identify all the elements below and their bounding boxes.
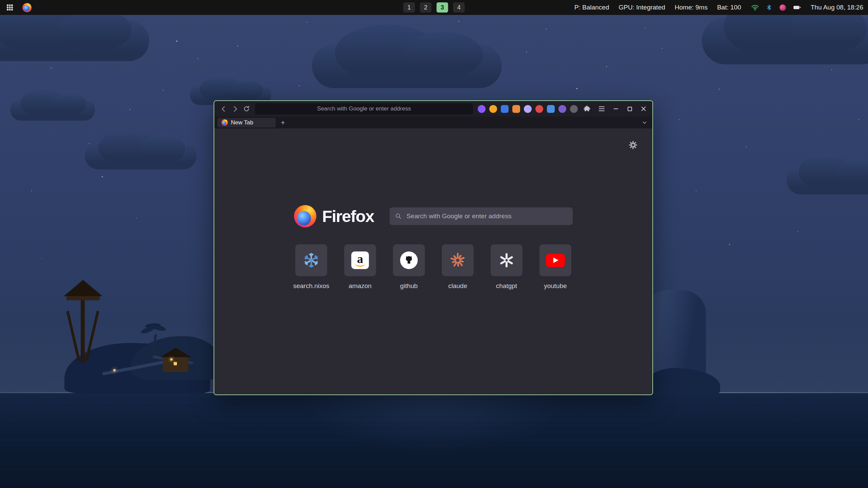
shortcut-youtube-tile[interactable] [539, 244, 571, 276]
shortcut-label: chatgpt [496, 282, 517, 290]
extension-icon-3[interactable] [501, 105, 509, 113]
maximize-button[interactable] [626, 105, 634, 113]
shortcut-chatgpt-tile[interactable] [491, 244, 522, 276]
shortcut-claude: claude [441, 244, 474, 290]
watchtower-leg [66, 311, 80, 361]
cloud [85, 142, 197, 169]
cloud [0, 20, 149, 61]
gpu-status: GPU: Integrated [618, 4, 665, 11]
github-octocat-icon [400, 251, 418, 269]
tab-label: New Tab [231, 119, 253, 126]
shortcut-github: github [393, 244, 425, 290]
tab-new-tab[interactable]: New Tab [217, 118, 276, 127]
reload-button[interactable] [241, 103, 252, 115]
extension-icon-8[interactable] [558, 105, 566, 113]
battery-icon[interactable] [792, 3, 801, 12]
firefox-taskbar-icon[interactable] [22, 3, 32, 12]
tab-favicon [221, 119, 228, 126]
search-icon [395, 213, 402, 220]
firefox-window: New Tab + [214, 100, 653, 395]
workspace-button-4[interactable]: 4 [453, 2, 465, 13]
workspace-button-1[interactable]: 1 [403, 2, 415, 13]
island-silhouette [51, 264, 241, 394]
wifi-icon[interactable] [751, 3, 760, 12]
close-button[interactable] [639, 105, 648, 113]
list-all-tabs-chevron-icon[interactable] [640, 118, 649, 127]
youtube-play-icon [546, 254, 565, 267]
shortcut-github-tile[interactable] [393, 244, 425, 276]
newtab-search-input[interactable] [406, 212, 567, 220]
amazon-icon: a [351, 251, 369, 269]
cloud [702, 17, 868, 64]
shortcut-amazon: a amazon [344, 244, 376, 290]
firefox-wordmark: Firefox [322, 207, 374, 226]
extension-icon-7[interactable] [547, 105, 555, 113]
shortcut-label: amazon [349, 282, 372, 290]
workspace-switcher: 1 2 3 4 [403, 2, 465, 13]
shortcut-label: search.nixos [293, 282, 330, 290]
chatgpt-openai-icon [498, 251, 515, 269]
url-bar[interactable] [255, 103, 473, 115]
extension-icon-9[interactable] [570, 105, 578, 113]
lamp-light [170, 358, 173, 361]
hut [163, 357, 189, 372]
network-latency-status: Home: 9ms [675, 4, 708, 11]
watchtower-platform [66, 296, 100, 300]
forward-button[interactable] [229, 103, 241, 115]
shortcut-claude-tile[interactable] [442, 244, 474, 276]
shortcut-chatgpt: chatgpt [490, 244, 523, 290]
cloud [312, 44, 502, 88]
workspace-button-3[interactable]: 3 [437, 2, 448, 13]
shortcut-label: youtube [544, 282, 567, 290]
watchtower-pole [81, 299, 85, 363]
shortcut-youtube: youtube [539, 244, 572, 290]
url-input[interactable] [259, 105, 469, 113]
lamp-light [113, 369, 116, 371]
ocean [0, 393, 868, 488]
system-tray [751, 3, 801, 12]
watchtower-roof [64, 280, 102, 296]
menu-hamburger-icon[interactable] [596, 103, 607, 114]
newtab-page: Firefox [214, 128, 652, 394]
extension-icon-6[interactable] [535, 105, 543, 113]
claude-starburst-icon [449, 252, 466, 269]
extension-icon-5[interactable] [524, 105, 532, 113]
taskbar-left [5, 2, 32, 13]
power-profile-status: P: Balanced [574, 4, 609, 11]
shortcut-search-nixos-tile[interactable] [295, 244, 327, 276]
tab-bar: New Tab + [214, 117, 652, 128]
taskbar-right: P: Balanced GPU: Integrated Home: 9ms Ba… [574, 3, 863, 12]
cloud [10, 99, 95, 121]
shortcut-search-nixos: search.nixos [295, 244, 328, 290]
back-button[interactable] [218, 103, 229, 115]
cloud [787, 166, 868, 195]
shortcut-label: github [400, 282, 418, 290]
extension-icon-2[interactable] [489, 105, 497, 113]
firefox-brand-row: Firefox [294, 205, 573, 227]
personalize-gear-icon[interactable] [628, 140, 638, 150]
nixos-snowflake-icon [302, 251, 320, 269]
extension-icon-4[interactable] [512, 105, 520, 113]
extension-icon-1[interactable] [478, 105, 486, 113]
shortcut-tiles: search.nixos a amazon [295, 244, 572, 290]
clock: Thu Aug 08, 18:26 [811, 4, 863, 11]
extension-icons-row [478, 103, 607, 114]
minimize-button[interactable] [612, 105, 620, 113]
shortcut-amazon-tile[interactable]: a [344, 244, 376, 276]
new-tab-button[interactable]: + [278, 118, 288, 127]
status-bar: 1 2 3 4 P: Balanced GPU: Integrated Home… [0, 0, 868, 15]
window-controls [612, 105, 649, 113]
workspace-button-2[interactable]: 2 [420, 2, 432, 13]
firefox-logo [294, 205, 316, 227]
battery-status: Bat: 100 [717, 4, 741, 11]
extensions-puzzle-icon[interactable] [581, 103, 592, 114]
amazon-smile-arrow [355, 263, 365, 267]
bluetooth-icon[interactable] [765, 3, 773, 12]
browser-toolbar [214, 101, 652, 117]
app-indicator-icon[interactable] [778, 3, 787, 12]
newtab-search-bar[interactable] [390, 207, 573, 225]
app-launcher-grid-icon[interactable] [5, 2, 15, 13]
shortcut-label: claude [448, 282, 467, 290]
